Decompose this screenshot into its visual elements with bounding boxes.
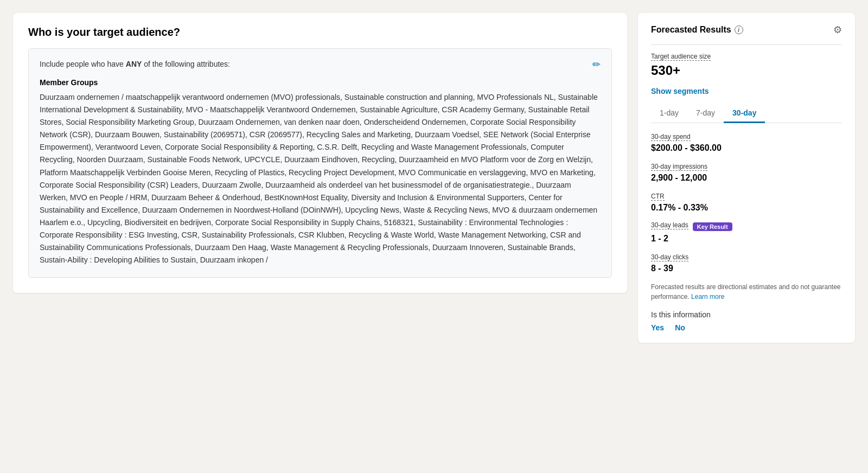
ctr-value: 0.17% - 0.33%	[651, 203, 842, 213]
yes-button[interactable]: Yes	[651, 323, 664, 332]
member-groups-title: Member Groups	[40, 78, 601, 87]
leads-header-row: 30-day leads Key Result	[651, 221, 842, 232]
tab-7-day[interactable]: 7-day	[687, 104, 724, 123]
member-groups-text: Duurzaam ondernemen / maatschappelijk ve…	[40, 91, 601, 266]
audience-header: Include people who have ANY of the follo…	[40, 59, 601, 71]
main-panel: Who is your target audience? Include peo…	[13, 13, 627, 293]
key-result-badge: Key Result	[693, 222, 732, 231]
impressions-block: 30-day impressions 2,900 - 12,000	[651, 162, 842, 183]
show-segments-link[interactable]: Show segments	[651, 87, 842, 95]
right-panel: Forecasted Results i ⚙ Target audience s…	[638, 13, 855, 343]
audience-header-text: Include people who have ANY of the follo…	[40, 59, 230, 70]
gear-icon[interactable]: ⚙	[833, 24, 842, 36]
learn-more-link[interactable]: Learn more	[691, 293, 724, 301]
leads-block: 30-day leads Key Result 1 - 2	[651, 221, 842, 244]
audience-size-value: 530+	[651, 63, 842, 78]
impressions-value: 2,900 - 12,000	[651, 173, 842, 183]
yes-no-row: Yes No	[651, 323, 842, 332]
info-icon[interactable]: i	[735, 25, 743, 34]
spend-label[interactable]: 30-day spend	[651, 133, 691, 141]
spend-value: $200.00 - $360.00	[651, 143, 842, 153]
edit-icon[interactable]: ✏	[592, 59, 601, 71]
divider-1	[651, 44, 842, 45]
is-this-info-text: Is this information	[651, 310, 842, 319]
audience-size-label[interactable]: Target audience size	[651, 53, 711, 61]
spend-block: 30-day spend $200.00 - $360.00	[651, 132, 842, 153]
audience-size-block: Target audience size 530+	[651, 52, 842, 78]
no-button[interactable]: No	[675, 323, 685, 332]
forecasted-header: Forecasted Results i ⚙	[651, 24, 842, 36]
leads-label[interactable]: 30-day leads	[651, 221, 688, 229]
audience-box: Include people who have ANY of the follo…	[28, 48, 612, 278]
tab-30-day[interactable]: 30-day	[724, 104, 765, 123]
impressions-label[interactable]: 30-day impressions	[651, 163, 707, 171]
ctr-block: CTR 0.17% - 0.33%	[651, 191, 842, 213]
tab-1-day[interactable]: 1-day	[651, 104, 687, 123]
page-title: Who is your target audience?	[28, 26, 612, 39]
forecasted-title-row: Forecasted Results i	[651, 25, 743, 35]
ctr-label[interactable]: CTR	[651, 193, 665, 201]
leads-value: 1 - 2	[651, 234, 842, 244]
clicks-label[interactable]: 30-day clicks	[651, 253, 688, 261]
tabs-row: 1-day 7-day 30-day	[651, 104, 842, 123]
forecast-note: Forecasted results are directional estim…	[651, 282, 842, 302]
clicks-value: 8 - 39	[651, 264, 842, 273]
clicks-block: 30-day clicks 8 - 39	[651, 252, 842, 273]
forecasted-title: Forecasted Results	[651, 25, 731, 35]
